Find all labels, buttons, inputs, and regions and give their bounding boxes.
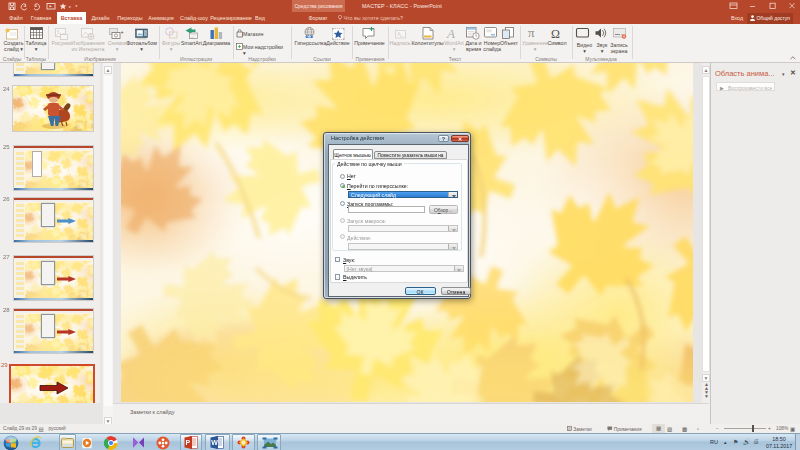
- svg-text:A: A: [397, 31, 401, 37]
- svg-text:Ω: Ω: [551, 27, 560, 41]
- svg-text:A: A: [446, 26, 455, 41]
- svg-text:π: π: [528, 25, 535, 40]
- svg-text:W: W: [211, 439, 218, 446]
- svg-text:P: P: [186, 439, 191, 446]
